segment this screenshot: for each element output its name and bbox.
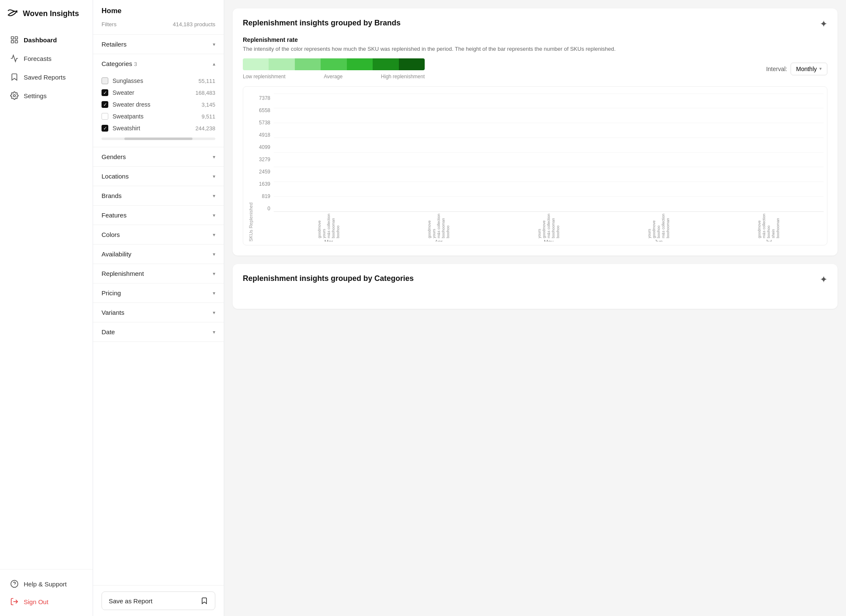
colors-header[interactable]: Colors ▾	[93, 225, 224, 244]
filter-section-pricing: Pricing ▾	[93, 283, 224, 303]
brand-label: boohoo	[446, 214, 450, 238]
sidebar-item-forecasts[interactable]: Forecasts	[3, 50, 89, 67]
categories-list: Sunglasses 55,111 Sweater 168,483 Sweate…	[93, 73, 224, 147]
help-icon	[10, 580, 19, 588]
legend-high: High replenishment	[381, 74, 425, 80]
sidebar-item-label: Sign Out	[24, 598, 48, 605]
sidebar-item-sign-out[interactable]: Sign Out	[3, 593, 89, 610]
save-report-button[interactable]: Save as Report	[102, 591, 215, 610]
gradient-stop-2	[269, 58, 294, 70]
brand-label: boohoo	[556, 214, 560, 238]
legend-low: Low replenishment	[243, 74, 286, 80]
retailers-header[interactable]: Retailers ▾	[93, 35, 224, 54]
date-header[interactable]: Date ▾	[93, 322, 224, 341]
colors-label: Colors	[102, 231, 120, 238]
variants-header[interactable]: Variants ▾	[93, 303, 224, 322]
gradient-stop-7	[399, 58, 425, 70]
brands-label: Brands	[102, 192, 122, 199]
filter-section-date: Date ▾	[93, 322, 224, 342]
chart2-title: Replenishment insights grouped by Catego…	[243, 274, 414, 283]
replenishment-header[interactable]: Replenishment ▾	[93, 264, 224, 283]
locations-label: Locations	[102, 173, 129, 180]
filter-section-features: Features ▾	[93, 206, 224, 225]
brand-labels-jun: yours goodmove boohoo m&s collection boo…	[648, 214, 670, 238]
bars-wrapper: goodmove yours m&s collection boohooman …	[274, 94, 824, 242]
brands-header[interactable]: Brands ▾	[93, 186, 224, 205]
category-item-sweatshirt[interactable]: Sweatshirt 244,238	[102, 122, 215, 134]
category-count: 244,238	[195, 125, 215, 132]
chevron-down-icon: ▾	[213, 212, 215, 218]
dashboard-icon	[10, 36, 19, 44]
y-label: 3279	[259, 157, 270, 162]
category-scroll-area: Sunglasses 55,111 Sweater 168,483 Sweate…	[102, 75, 215, 134]
filter-header: Home Filters 414,183 products	[93, 0, 224, 35]
features-header[interactable]: Features ▾	[93, 206, 224, 225]
sparkle-icon[interactable]: ✦	[820, 274, 827, 285]
x-group-jul: goodmove m&s collection boohoo shein boo…	[714, 212, 824, 242]
gradient-stop-3	[295, 58, 321, 70]
locations-header[interactable]: Locations ▾	[93, 167, 224, 186]
brand-label: goodmove	[318, 214, 321, 238]
pricing-header[interactable]: Pricing ▾	[93, 283, 224, 302]
features-label: Features	[102, 212, 126, 219]
category-checkbox-sweatshirt[interactable]	[102, 125, 108, 132]
category-checkbox-sweater[interactable]	[102, 89, 108, 96]
category-item-sunglasses[interactable]: Sunglasses 55,111	[102, 75, 215, 87]
sidebar-item-label: Settings	[24, 92, 47, 99]
filter-panel: Home Filters 414,183 products Retailers …	[93, 0, 224, 616]
y-label: 2459	[259, 169, 270, 175]
brand-label: m&s collection	[547, 214, 551, 238]
y-label: 1639	[259, 181, 270, 187]
category-checkbox-sunglasses[interactable]	[102, 77, 108, 84]
filter-section-brands: Brands ▾	[93, 186, 224, 206]
brand-labels-jul: goodmove m&s collection boohoo shein boo…	[758, 214, 780, 238]
sidebar-item-dashboard[interactable]: Dashboard	[3, 31, 89, 48]
sparkle-icon[interactable]: ✦	[820, 19, 827, 30]
legend-avg: Average	[324, 74, 342, 80]
main-content: Replenishment insights grouped by Brands…	[224, 0, 846, 616]
save-report-label: Save as Report	[109, 597, 152, 605]
month-label: Jul	[765, 239, 772, 242]
forecasts-icon	[10, 54, 19, 63]
interval-value: Monthly	[796, 66, 817, 72]
sidebar-item-settings[interactable]: Settings	[3, 87, 89, 104]
sidebar-item-label: Saved Reports	[24, 74, 66, 81]
sign-out-icon	[10, 597, 19, 606]
sidebar-item-label: Dashboard	[24, 36, 57, 44]
category-item-sweatpants[interactable]: Sweatpants 9,511	[102, 110, 215, 122]
filter-section-replenishment: Replenishment ▾	[93, 264, 224, 283]
month-label: Mar	[324, 239, 333, 242]
svg-point-4	[14, 95, 16, 97]
chevron-down-icon: ▾	[213, 310, 215, 316]
genders-header[interactable]: Genders ▾	[93, 147, 224, 166]
gradient-stop-1	[243, 58, 269, 70]
gradient-stop-4	[321, 58, 346, 70]
chevron-down-icon: ▾	[213, 329, 215, 335]
category-item-sweater-dress[interactable]: Sweater dress 3,145	[102, 99, 215, 110]
brand-label: yours	[538, 214, 541, 238]
retailers-label: Retailers	[102, 41, 126, 48]
category-checkbox-sweatpants[interactable]	[102, 113, 108, 120]
chevron-down-icon: ▾	[213, 41, 215, 47]
sidebar-item-saved-reports[interactable]: Saved Reports	[3, 69, 89, 85]
bar-chart: SKUs Replenished 7378 6558 5738 4918 409…	[243, 86, 827, 245]
chart-title: Replenishment insights grouped by Brands	[243, 19, 401, 28]
scroll-track	[102, 138, 215, 140]
category-name: Sweater dress	[113, 101, 197, 108]
replenishment-rate-title: Replenishment rate	[243, 36, 827, 43]
settings-icon	[10, 91, 19, 100]
sidebar-item-help[interactable]: Help & Support	[3, 575, 89, 592]
chart-card-categories: Replenishment insights grouped by Catego…	[233, 264, 838, 309]
page-title: Home	[102, 7, 215, 15]
month-label: Jun	[654, 239, 662, 242]
availability-header[interactable]: Availability ▾	[93, 245, 224, 264]
filter-section-colors: Colors ▾	[93, 225, 224, 245]
categories-header[interactable]: Categories 3 ▴	[93, 54, 224, 73]
y-label: 4099	[259, 144, 270, 150]
category-checkbox-sweater-dress[interactable]	[102, 101, 108, 108]
chart2-header: Replenishment insights grouped by Catego…	[243, 274, 827, 285]
brand-label: m&s collection	[437, 214, 441, 238]
interval-dropdown[interactable]: Monthly ▾	[791, 63, 827, 75]
brand-label: boohooman	[442, 214, 445, 238]
category-item-sweater[interactable]: Sweater 168,483	[102, 87, 215, 99]
